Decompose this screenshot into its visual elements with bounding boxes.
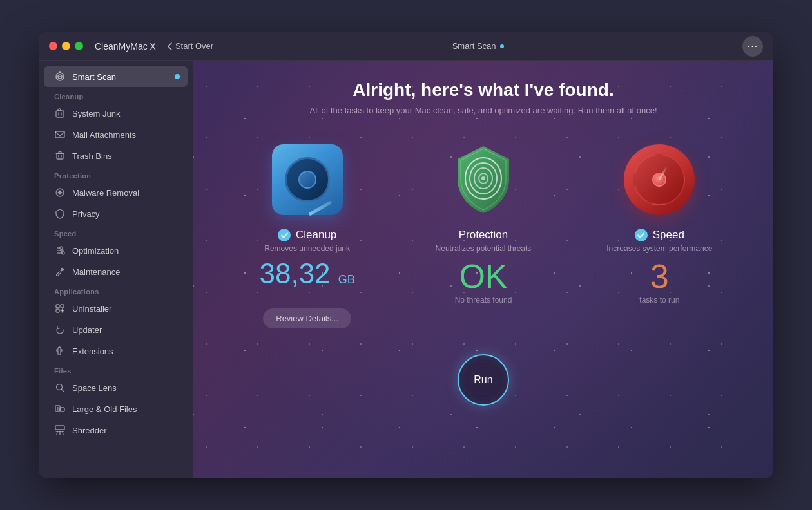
speed-desc: Increases system performance xyxy=(606,244,712,253)
sidebar-label: Uninstaller xyxy=(72,304,111,314)
svg-line-25 xyxy=(62,390,64,392)
sidebar-label: Updater xyxy=(72,325,102,335)
sidebar-item-privacy[interactable]: Privacy xyxy=(44,203,188,224)
main-subtitle: All of the tasks to keep your Mac clean,… xyxy=(309,106,657,115)
sidebar-label: Mail Attachments xyxy=(72,130,136,140)
sidebar-item-optimization[interactable]: Optimization xyxy=(44,240,188,261)
disk-inner xyxy=(285,157,330,202)
updater-icon xyxy=(54,324,66,335)
main-content: Alright, here's what I've found. All of … xyxy=(193,61,773,478)
run-button[interactable]: Run xyxy=(458,354,509,406)
sidebar-label: Large & Old Files xyxy=(72,404,137,414)
svg-rect-27 xyxy=(60,408,64,411)
sidebar-label: Extensions xyxy=(72,346,113,356)
system-junk-icon xyxy=(54,108,66,119)
sidebar-label: Optimization xyxy=(72,246,119,256)
more-button[interactable]: ··· xyxy=(742,36,763,57)
cleanup-check-icon xyxy=(278,229,291,241)
svg-rect-20 xyxy=(61,305,64,308)
speed-icon-wrap xyxy=(621,141,698,218)
svg-rect-4 xyxy=(56,111,64,117)
sidebar-item-system-junk[interactable]: System Junk xyxy=(44,103,188,124)
svg-rect-8 xyxy=(57,153,63,159)
sidebar-item-large-old-files[interactable]: Large & Old Files xyxy=(44,399,188,419)
sidebar-item-updater[interactable]: Updater xyxy=(44,319,188,340)
sidebar-label: Trash Bins xyxy=(72,151,112,161)
review-details-button[interactable]: Review Details... xyxy=(263,308,351,328)
section-speed: Speed xyxy=(39,225,193,240)
sidebar-item-mail-attachments[interactable]: Mail Attachments xyxy=(44,124,188,145)
sidebar-item-trash-bins[interactable]: Trash Bins xyxy=(44,146,188,166)
active-indicator xyxy=(175,74,180,79)
smart-scan-icon xyxy=(54,71,66,82)
protection-sublabel: No threats found xyxy=(455,296,512,305)
sidebar-label: Space Lens xyxy=(72,383,117,393)
disk-drive-icon xyxy=(272,144,343,215)
large-files-icon xyxy=(54,403,66,415)
svg-point-18 xyxy=(62,252,64,254)
shield-icon xyxy=(448,141,519,218)
fullscreen-button[interactable] xyxy=(75,42,83,50)
more-icon: ··· xyxy=(748,41,758,52)
traffic-lights xyxy=(49,42,83,50)
sidebar-item-shredder[interactable]: Shredder xyxy=(44,420,188,440)
titlebar: CleanMyMac X Start Over Smart Scan ··· xyxy=(39,32,773,61)
gauge-needle xyxy=(659,165,668,180)
sidebar-item-smart-scan[interactable]: Smart Scan xyxy=(44,66,188,87)
run-button-wrap: Run xyxy=(458,354,509,406)
sidebar-item-malware-removal[interactable]: Malware Removal xyxy=(44,182,188,203)
sidebar-item-space-lens[interactable]: Space Lens xyxy=(44,377,188,398)
gauge-inner xyxy=(633,154,685,205)
space-lens-icon xyxy=(54,382,66,393)
maintenance-icon xyxy=(54,266,66,278)
sidebar-item-extensions[interactable]: Extensions xyxy=(44,341,188,361)
scan-indicator xyxy=(500,44,504,48)
section-applications: Applications xyxy=(39,283,193,298)
cleanup-title-row: Cleanup xyxy=(278,229,336,241)
svg-rect-28 xyxy=(55,426,64,430)
sidebar-label: Shredder xyxy=(72,426,106,435)
cleanup-desc: Removes unneeded junk xyxy=(264,244,350,253)
speed-name: Speed xyxy=(653,229,684,241)
protection-desc: Neutralizes potential threats xyxy=(436,244,532,253)
protection-title-row: Protection xyxy=(459,229,508,241)
titlebar-center: Smart Scan xyxy=(221,41,735,51)
section-protection: Protection xyxy=(39,167,193,182)
section-cleanup: Cleanup xyxy=(39,88,193,102)
protection-name: Protection xyxy=(459,229,508,241)
back-button[interactable]: Start Over xyxy=(166,41,213,51)
chevron-left-icon xyxy=(166,42,173,51)
malware-icon xyxy=(54,187,66,198)
speed-card: Speed Increases system performance 3 tas… xyxy=(572,135,748,326)
privacy-icon xyxy=(54,208,66,220)
disk-center xyxy=(298,171,316,189)
sidebar-label: Privacy xyxy=(72,209,100,219)
speed-title-row: Speed xyxy=(635,229,684,241)
svg-point-2 xyxy=(59,76,61,77)
close-button[interactable] xyxy=(49,42,57,50)
protection-card: Protection Neutralizes potential threats… xyxy=(395,135,571,326)
minimize-button[interactable] xyxy=(62,42,70,50)
sidebar-item-uninstaller[interactable]: Uninstaller xyxy=(44,298,188,319)
app-window: CleanMyMac X Start Over Smart Scan ··· xyxy=(39,32,773,478)
speed-check-icon xyxy=(635,229,648,241)
speed-sublabel: tasks to run xyxy=(639,296,679,305)
scan-label: Smart Scan xyxy=(452,41,496,51)
sidebar-label: Maintenance xyxy=(72,267,120,277)
content-area: Smart Scan Cleanup System Junk xyxy=(39,61,773,478)
cleanup-icon-wrap xyxy=(269,141,346,218)
cleanup-value: 38,32 GB xyxy=(259,260,354,288)
sidebar-item-maintenance[interactable]: Maintenance xyxy=(44,261,188,282)
sidebar-label: Malware Removal xyxy=(72,188,139,198)
cleanup-card: Cleanup Removes unneeded junk 38,32 GB R… xyxy=(219,135,395,341)
trash-icon xyxy=(54,150,66,162)
shredder-icon xyxy=(54,424,66,436)
svg-line-31 xyxy=(63,431,63,435)
sidebar-label: System Junk xyxy=(72,109,120,118)
svg-point-17 xyxy=(60,247,63,249)
svg-rect-19 xyxy=(56,305,59,308)
sidebar: Smart Scan Cleanup System Junk xyxy=(39,61,193,478)
svg-rect-21 xyxy=(56,309,59,312)
svg-point-37 xyxy=(481,176,485,180)
mail-icon xyxy=(54,129,66,140)
